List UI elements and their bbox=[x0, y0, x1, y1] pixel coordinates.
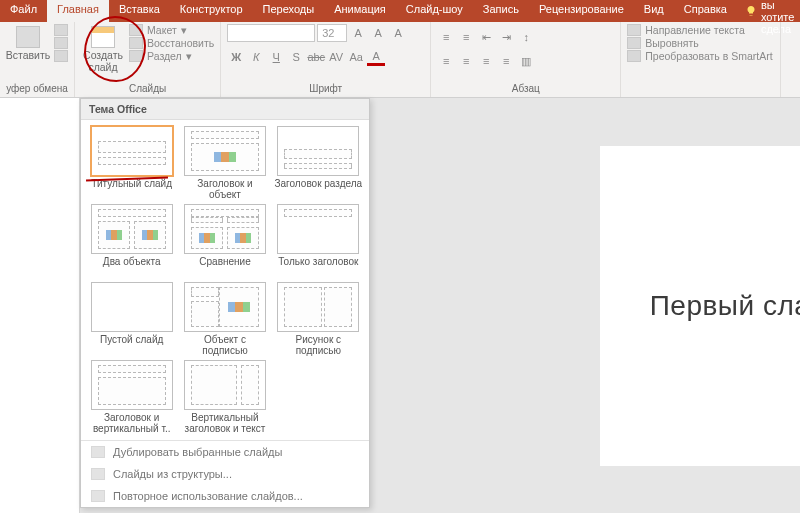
tab-design[interactable]: Конструктор bbox=[170, 0, 253, 22]
copy-icon[interactable] bbox=[54, 37, 68, 49]
justify-button[interactable]: ≡ bbox=[497, 52, 515, 70]
duplicate-slides-item[interactable]: Дублировать выбранные слайды bbox=[81, 441, 369, 463]
group-textdir: Направление текста Выровнять Преобразова… bbox=[621, 22, 781, 97]
new-slide-dropdown: Тема Office Титульный слайд Заголовок и … bbox=[80, 98, 370, 508]
cut-icon[interactable] bbox=[54, 24, 68, 36]
paste-button[interactable]: Вставить bbox=[6, 24, 50, 62]
layout-title-only[interactable]: Только заголовок bbox=[274, 204, 363, 280]
align-text-button[interactable]: Выровнять bbox=[627, 37, 772, 49]
line-spacing-button[interactable]: ↕ bbox=[517, 28, 535, 46]
shrink-font-button[interactable]: A bbox=[369, 24, 387, 42]
group-slides: Создать слайд Макет ▾ Восстановить Разде… bbox=[75, 22, 221, 97]
reuse-icon bbox=[91, 490, 105, 502]
align-right-button[interactable]: ≡ bbox=[477, 52, 495, 70]
smartart-button[interactable]: Преобразовать в SmartArt bbox=[627, 50, 772, 62]
tab-slideshow[interactable]: Слайд-шоу bbox=[396, 0, 473, 22]
case-button[interactable]: Aa bbox=[347, 48, 365, 66]
tab-help[interactable]: Справка bbox=[674, 0, 737, 22]
tab-view[interactable]: Вид bbox=[634, 0, 674, 22]
layout-blank[interactable]: Пустой слайд bbox=[87, 282, 176, 358]
slide-thumbnails-pane[interactable] bbox=[0, 98, 80, 513]
duplicate-icon bbox=[91, 446, 105, 458]
align-text-icon bbox=[627, 37, 641, 49]
reset-icon bbox=[129, 37, 143, 49]
layout-button[interactable]: Макет ▾ bbox=[129, 24, 214, 36]
group-clipboard-label: уфер обмена bbox=[6, 81, 68, 97]
text-direction-icon bbox=[627, 24, 641, 36]
reset-button[interactable]: Восстановить bbox=[129, 37, 214, 49]
grow-font-button[interactable]: A bbox=[349, 24, 367, 42]
format-painter-icon[interactable] bbox=[54, 50, 68, 62]
layout-picture-caption[interactable]: Рисунок с подписью bbox=[274, 282, 363, 358]
align-left-button[interactable]: ≡ bbox=[437, 52, 455, 70]
tab-insert[interactable]: Вставка bbox=[109, 0, 170, 22]
layout-gallery: Титульный слайд Заголовок и объект Загол… bbox=[81, 120, 369, 436]
bullets-button[interactable]: ≡ bbox=[437, 28, 455, 46]
section-button[interactable]: Раздел ▾ bbox=[129, 50, 214, 62]
tab-home[interactable]: Главная bbox=[47, 0, 109, 22]
slide-title-text: Первый сла bbox=[650, 290, 800, 322]
smartart-icon bbox=[627, 50, 641, 62]
italic-button[interactable]: К bbox=[247, 48, 265, 66]
tab-animation[interactable]: Анимация bbox=[324, 0, 396, 22]
group-slides-label: Слайды bbox=[81, 81, 214, 97]
char-spacing-button[interactable]: AV bbox=[327, 48, 345, 66]
layout-vertical-title-text[interactable]: Вертикальный заголовок и текст bbox=[180, 360, 269, 436]
layout-icon bbox=[129, 24, 143, 36]
layout-title-slide[interactable]: Титульный слайд bbox=[87, 126, 176, 202]
paste-icon bbox=[16, 26, 40, 48]
ribbon-tabs: Файл Главная Вставка Конструктор Переход… bbox=[0, 0, 800, 22]
increase-indent-button[interactable]: ⇥ bbox=[497, 28, 515, 46]
slide-canvas[interactable]: Первый сла bbox=[600, 146, 800, 466]
shadow-button[interactable]: S bbox=[287, 48, 305, 66]
layout-comparison[interactable]: Сравнение bbox=[180, 204, 269, 280]
underline-button[interactable]: Ч bbox=[267, 48, 285, 66]
tab-file[interactable]: Файл bbox=[0, 0, 47, 22]
bold-button[interactable]: Ж bbox=[227, 48, 245, 66]
slides-from-outline-item[interactable]: Слайды из структуры... bbox=[81, 463, 369, 485]
reuse-slides-item[interactable]: Повторное использование слайдов... bbox=[81, 485, 369, 507]
font-size-select[interactable]: 32 bbox=[317, 24, 347, 42]
layout-title-and-content[interactable]: Заголовок и объект bbox=[180, 126, 269, 202]
tell-me-search[interactable]: Что вы хотите сдела bbox=[737, 0, 800, 22]
tab-transitions[interactable]: Переходы bbox=[253, 0, 325, 22]
font-family-select[interactable] bbox=[227, 24, 315, 42]
group-paragraph: ≡ ≡ ⇤ ⇥ ↕ ≡ ≡ ≡ ≡ ▥ Абзац bbox=[431, 22, 621, 97]
columns-button[interactable]: ▥ bbox=[517, 52, 535, 70]
group-clipboard: Вставить уфер обмена bbox=[0, 22, 75, 97]
new-slide-button[interactable]: Создать слайд bbox=[81, 24, 125, 73]
clear-format-button[interactable]: A bbox=[389, 24, 407, 42]
layout-section-header[interactable]: Заголовок раздела bbox=[274, 126, 363, 202]
dropdown-header: Тема Office bbox=[81, 99, 369, 120]
layout-two-content[interactable]: Два объекта bbox=[87, 204, 176, 280]
tab-record[interactable]: Запись bbox=[473, 0, 529, 22]
layout-content-caption[interactable]: Объект с подписью bbox=[180, 282, 269, 358]
ribbon: Вставить уфер обмена Создать слайд Макет… bbox=[0, 22, 800, 98]
outline-icon bbox=[91, 468, 105, 480]
group-font-label: Шрифт bbox=[227, 81, 424, 97]
group-paragraph-label: Абзац bbox=[437, 81, 614, 97]
section-icon bbox=[129, 50, 143, 62]
strike-button[interactable]: abc bbox=[307, 48, 325, 66]
lightbulb-icon bbox=[745, 5, 757, 17]
align-center-button[interactable]: ≡ bbox=[457, 52, 475, 70]
tab-review[interactable]: Рецензирование bbox=[529, 0, 634, 22]
decrease-indent-button[interactable]: ⇤ bbox=[477, 28, 495, 46]
text-direction-button[interactable]: Направление текста bbox=[627, 24, 772, 36]
font-color-button[interactable]: A bbox=[367, 48, 385, 66]
new-slide-icon bbox=[91, 26, 115, 48]
numbering-button[interactable]: ≡ bbox=[457, 28, 475, 46]
layout-title-vertical-text[interactable]: Заголовок и вертикальный т.. bbox=[87, 360, 176, 436]
group-font: 32 A A A Ж К Ч S abc AV Aa A Шрифт bbox=[221, 22, 431, 97]
